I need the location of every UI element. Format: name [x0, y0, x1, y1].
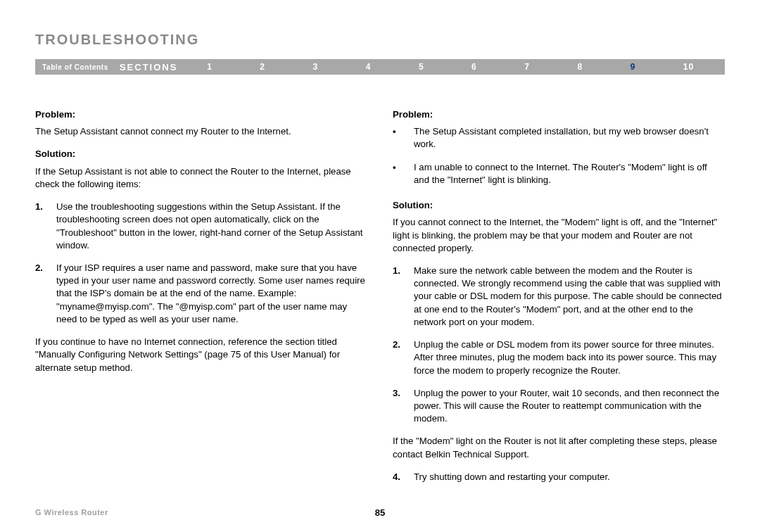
toc-link[interactable]: Table of Contents [35, 63, 120, 71]
bullet-icon: • [393, 125, 414, 151]
problem-heading: Problem: [393, 108, 725, 121]
list-item: 2. Unplug the cable or DSL modem from it… [393, 338, 725, 377]
step-text: Try shutting down and restarting your co… [414, 471, 725, 483]
section-link-4[interactable]: 4 [366, 62, 372, 72]
solution-steps: 1. Use the troubleshooting suggestions w… [35, 201, 367, 326]
page-title: TROUBLESHOOTING [35, 32, 725, 48]
section-link-7[interactable]: 7 [524, 62, 530, 72]
right-column: Problem: • The Setup Assistant completed… [393, 108, 725, 493]
section-link-6[interactable]: 6 [471, 62, 477, 72]
problem-text: The Setup Assistant cannot connect my Ro… [35, 125, 367, 138]
list-item: • The Setup Assistant completed installa… [393, 125, 725, 151]
sections-label: SECTIONS [120, 62, 183, 72]
page: TROUBLESHOOTING Table of Contents SECTIO… [0, 0, 760, 532]
step-number: 3. [393, 387, 414, 426]
problem-bullets: • The Setup Assistant completed installa… [393, 125, 725, 186]
section-link-5[interactable]: 5 [419, 62, 424, 72]
step-number: 2. [393, 338, 414, 377]
step-text: Make sure the network cable between the … [414, 265, 725, 329]
left-column: Problem: The Setup Assistant cannot conn… [35, 108, 367, 493]
solution-after: If you continue to have no Internet conn… [35, 336, 367, 374]
list-item: • I am unable to connect to the Internet… [393, 161, 725, 186]
list-item: 1. Use the troubleshooting suggestions w… [35, 201, 367, 252]
solution-steps-cont: 4. Try shutting down and restarting your… [393, 471, 725, 483]
solution-intro: If the Setup Assistant is not able to co… [35, 165, 367, 191]
section-link-9[interactable]: 9 [631, 62, 636, 72]
solution-heading: Solution: [35, 148, 367, 160]
bullet-text: The Setup Assistant completed installati… [414, 125, 725, 151]
section-navbar: Table of Contents SECTIONS 1 2 3 4 5 6 7… [35, 59, 725, 75]
content-columns: Problem: The Setup Assistant cannot conn… [35, 108, 725, 493]
section-link-2[interactable]: 2 [260, 62, 265, 72]
step-text: If your ISP requires a user name and pas… [56, 262, 367, 326]
section-link-3[interactable]: 3 [313, 62, 319, 72]
section-link-1[interactable]: 1 [207, 62, 213, 72]
step-number: 1. [35, 201, 56, 252]
section-link-10[interactable]: 10 [683, 62, 694, 72]
list-item: 4. Try shutting down and restarting your… [393, 471, 725, 483]
solution-interject: If the "Modem" light on the Router is no… [393, 435, 725, 460]
step-text: Unplug the power to your Router, wait 10… [414, 387, 725, 426]
list-item: 3. Unplug the power to your Router, wait… [393, 387, 725, 426]
solution-intro: If you cannot connect to the Internet, t… [393, 216, 725, 255]
solution-steps: 1. Make sure the network cable between t… [393, 265, 725, 425]
list-item: 2. If your ISP requires a user name and … [35, 262, 367, 326]
product-name: G Wireless Router [35, 508, 108, 517]
step-number: 1. [393, 265, 414, 329]
bullet-icon: • [393, 161, 414, 186]
list-item: 1. Make sure the network cable between t… [393, 265, 725, 329]
problem-heading: Problem: [35, 108, 367, 121]
page-number: 85 [375, 507, 385, 518]
bullet-text: I am unable to connect to the Internet. … [414, 161, 725, 186]
section-link-8[interactable]: 8 [577, 62, 583, 72]
solution-heading: Solution: [393, 199, 725, 212]
step-number: 4. [393, 471, 414, 483]
step-text: Unplug the cable or DSL modem from its p… [414, 338, 725, 377]
step-text: Use the troubleshooting suggestions with… [56, 201, 367, 252]
step-number: 2. [35, 262, 56, 326]
page-footer: G Wireless Router 85 [35, 508, 725, 517]
section-numbers: 1 2 3 4 5 6 7 8 9 10 [183, 62, 725, 72]
